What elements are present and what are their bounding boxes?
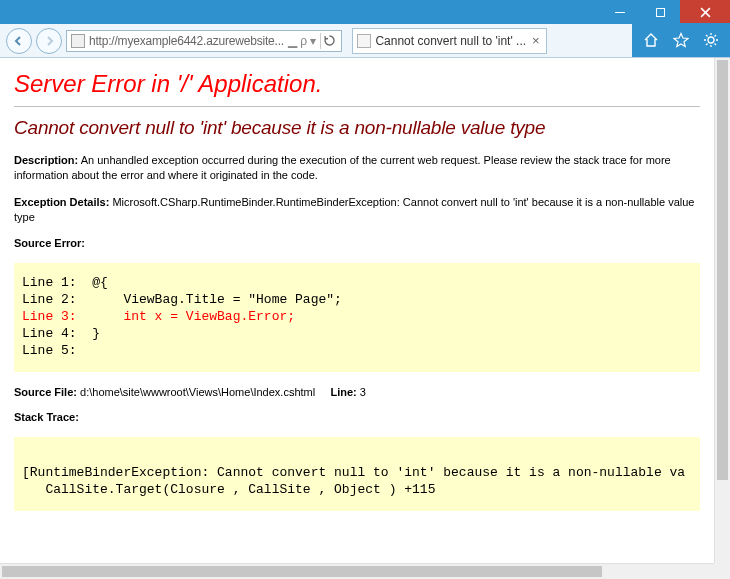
- source-error-code: Line 1: @{ Line 2: ViewBag.Title = "Home…: [14, 263, 700, 371]
- vertical-scrollbar[interactable]: [714, 58, 730, 563]
- heading-divider: [14, 106, 700, 107]
- error-subheading: Cannot convert null to 'int' because it …: [14, 117, 700, 139]
- source-file-label: Source File:: [14, 386, 77, 398]
- tab-close-button[interactable]: ×: [532, 33, 540, 48]
- page-viewport: Server Error in '/' Application. Cannot …: [0, 58, 730, 579]
- site-icon: [71, 34, 85, 48]
- close-icon: [700, 7, 711, 18]
- stack-trace-label: Stack Trace:: [14, 410, 700, 425]
- forward-button[interactable]: [36, 28, 62, 54]
- horizontal-scrollbar[interactable]: [0, 563, 714, 579]
- horizontal-scroll-thumb[interactable]: [2, 566, 602, 577]
- address-search-indicator: ▁ ρ ▾: [288, 34, 317, 48]
- description-label: Description:: [14, 154, 78, 166]
- minimize-icon: [615, 12, 625, 13]
- toolbar-command-area: [632, 23, 730, 57]
- line-number: 3: [360, 386, 366, 398]
- refresh-button[interactable]: [321, 34, 337, 47]
- source-file-row: Source File: d:\home\site\wwwroot\Views\…: [14, 386, 700, 398]
- star-icon: [673, 32, 689, 48]
- tab-title: Cannot convert null to 'int' ...: [375, 34, 526, 48]
- home-button[interactable]: [640, 29, 662, 51]
- scroll-corner: [714, 563, 730, 579]
- browser-toolbar: http://myexample6442.azurewebsite... ▁ ρ…: [0, 24, 730, 58]
- tab-favicon: [357, 34, 371, 48]
- window-titlebar: [0, 0, 730, 24]
- home-icon: [643, 32, 659, 48]
- address-bar[interactable]: http://myexample6442.azurewebsite... ▁ ρ…: [66, 30, 342, 52]
- arrow-left-icon: [13, 35, 25, 47]
- description-paragraph: Description: An unhandled exception occu…: [14, 153, 700, 183]
- favorites-button[interactable]: [670, 29, 692, 51]
- gear-icon: [703, 32, 719, 48]
- browser-tab[interactable]: Cannot convert null to 'int' ... ×: [352, 28, 546, 54]
- tools-button[interactable]: [700, 29, 722, 51]
- source-file-path: d:\home\site\wwwroot\Views\Home\Index.cs…: [80, 386, 315, 398]
- vertical-scroll-thumb[interactable]: [717, 60, 728, 480]
- error-page: Server Error in '/' Application. Cannot …: [0, 58, 714, 563]
- back-button[interactable]: [6, 28, 32, 54]
- svg-point-2: [708, 37, 714, 43]
- exception-label: Exception Details:: [14, 196, 109, 208]
- window-close-button[interactable]: [680, 0, 730, 24]
- highlighted-error-line: Line 3: int x = ViewBag.Error;: [22, 309, 295, 324]
- window-maximize-button[interactable]: [640, 0, 680, 24]
- exception-text: Microsoft.CSharp.RuntimeBinder.RuntimeBi…: [14, 196, 694, 223]
- line-label: Line:: [330, 386, 356, 398]
- window-minimize-button[interactable]: [600, 0, 640, 24]
- error-heading: Server Error in '/' Application.: [14, 70, 700, 98]
- source-error-label: Source Error:: [14, 236, 700, 251]
- stack-trace-code: [RuntimeBinderException: Cannot convert …: [14, 437, 700, 512]
- address-url: http://myexample6442.azurewebsite...: [89, 34, 284, 48]
- maximize-icon: [656, 8, 665, 17]
- description-text: An unhandled exception occurred during t…: [14, 154, 671, 181]
- refresh-icon: [323, 34, 336, 47]
- arrow-right-icon: [43, 35, 55, 47]
- exception-paragraph: Exception Details: Microsoft.CSharp.Runt…: [14, 195, 700, 225]
